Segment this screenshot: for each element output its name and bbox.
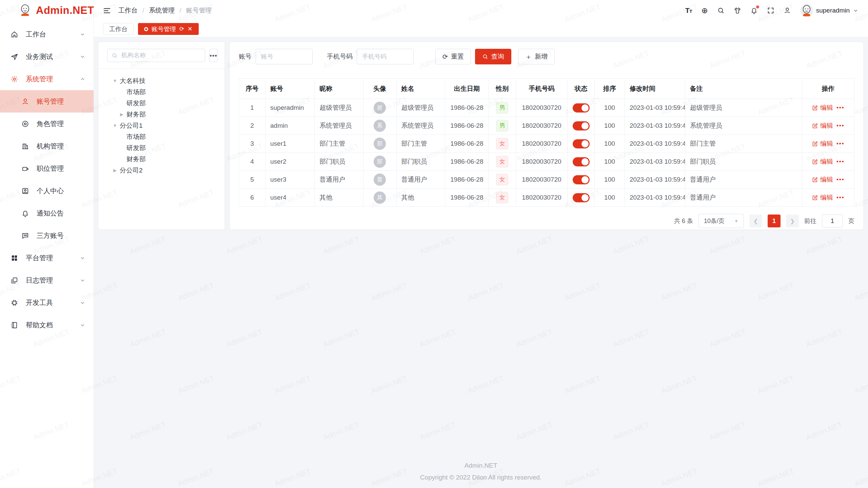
sidebar-item-label: 工作台 <box>26 30 46 39</box>
sidebar: Admin.NET 工作台 业务测试 系统管理 账号管理 角色管理 机构管理 <box>0 0 94 488</box>
edit-button[interactable]: 编辑 <box>812 121 833 130</box>
sidebar-item-label: 职位管理 <box>37 164 64 173</box>
tab-account-active[interactable]: 账号管理 ⟳ ✕ <box>138 23 199 35</box>
sidebar-item-docs[interactable]: 帮助文档 <box>0 314 94 336</box>
caret-down-icon[interactable]: ▼ <box>111 123 119 128</box>
badge-icon <box>21 164 29 172</box>
cell-sort: 100 <box>595 99 625 117</box>
next-page-button[interactable]: ❯ <box>786 215 799 227</box>
search-button[interactable]: 查询 <box>475 49 511 64</box>
tree-node[interactable]: ▶财务部 <box>107 154 216 165</box>
cell-phone: 18020030720 <box>516 135 567 153</box>
tree-node[interactable]: ▶财务部 <box>107 109 216 120</box>
status-toggle[interactable] <box>573 175 590 184</box>
chevron-down-icon <box>80 255 85 261</box>
search-icon[interactable] <box>717 7 725 14</box>
cell-nickname: 部门主管 <box>315 135 363 153</box>
sidebar-item-role[interactable]: 角色管理 <box>0 113 94 135</box>
sidebar-item-logs[interactable]: 日志管理 <box>0 269 94 291</box>
tree-node[interactable]: ▶市场部 <box>107 86 216 98</box>
chevron-down-icon <box>80 32 85 37</box>
edit-button[interactable]: 编辑 <box>812 103 833 112</box>
font-size-icon[interactable]: TT <box>685 7 692 15</box>
sidebar-item-system[interactable]: 系统管理 <box>0 68 94 90</box>
page-size-select[interactable]: 10条/页 ▼ <box>698 214 744 228</box>
breadcrumb-separator: / <box>142 7 144 14</box>
table-row: 5 user3 普通用户 普 普通用户 1986-06-28 女 1802003… <box>239 171 854 189</box>
tree-node[interactable]: ▼大名科技 <box>107 75 216 86</box>
cell-birthdate: 1986-06-28 <box>445 153 489 171</box>
menu-fold-icon[interactable] <box>103 7 111 15</box>
goto-page-input[interactable] <box>822 215 843 227</box>
sidebar-item-biz-test[interactable]: 业务测试 <box>0 45 94 68</box>
cell-phone: 18020030720 <box>516 171 567 189</box>
more-actions-button[interactable]: ••• <box>836 158 845 165</box>
more-actions-button[interactable]: ••• <box>836 176 845 183</box>
sidebar-item-position[interactable]: 职位管理 <box>0 157 94 180</box>
cell-name: 系统管理员 <box>396 117 445 135</box>
sidebar-item-label: 开发工具 <box>26 298 53 307</box>
edit-button[interactable]: 编辑 <box>812 139 833 148</box>
language-icon[interactable]: ⊕ <box>701 7 708 15</box>
column-header: 昵称 <box>315 79 363 99</box>
more-actions-button[interactable]: ••• <box>836 194 845 201</box>
tree-node[interactable]: ▶研发部 <box>107 142 216 154</box>
cell-nickname: 超级管理员 <box>315 99 363 117</box>
status-toggle[interactable] <box>573 157 590 166</box>
cell-account: user2 <box>265 153 315 171</box>
breadcrumb-item[interactable]: 系统管理 <box>149 6 175 15</box>
app-logo[interactable]: Admin.NET <box>0 0 94 21</box>
more-actions-button[interactable]: ••• <box>836 104 845 111</box>
edit-label: 编辑 <box>820 193 833 202</box>
status-toggle[interactable] <box>573 193 590 202</box>
sidebar-item-third-account[interactable]: 三方账号 <box>0 224 94 247</box>
caret-down-icon[interactable]: ▼ <box>111 78 119 83</box>
org-search-input[interactable] <box>121 52 201 59</box>
sidebar-item-profile[interactable]: 个人中心 <box>0 180 94 202</box>
sidebar-item-account[interactable]: 账号管理 <box>0 90 94 113</box>
edit-button[interactable]: 编辑 <box>812 157 833 166</box>
caret-right-icon[interactable]: ▶ <box>118 112 125 117</box>
user-menu[interactable]: superadmin <box>800 4 859 17</box>
edit-button[interactable]: 编辑 <box>812 175 833 184</box>
filter-bar: 账号 手机号码 ⟳ 重置 查询 ＋ 新增 <box>239 49 854 64</box>
caret-right-icon[interactable]: ▶ <box>111 168 119 173</box>
status-toggle[interactable] <box>573 139 590 148</box>
more-actions-button[interactable]: ••• <box>836 140 845 147</box>
more-actions-button[interactable]: ••• <box>836 122 845 129</box>
sidebar-item-workbench[interactable]: 工作台 <box>0 23 94 45</box>
user-icon[interactable] <box>784 7 791 14</box>
chevron-down-icon <box>80 300 85 306</box>
notification-bell-icon[interactable] <box>750 7 758 14</box>
cell-nickname: 其他 <box>315 189 363 207</box>
sidebar-item-org[interactable]: 机构管理 <box>0 135 94 157</box>
account-input[interactable] <box>256 49 313 64</box>
tree-node[interactable]: ▶市场部 <box>107 131 216 142</box>
table-row: 3 user1 部门主管 部 部门主管 1986-06-28 女 1802003… <box>239 135 854 153</box>
cell-name: 部门主管 <box>396 135 445 153</box>
cell-account: user1 <box>265 135 315 153</box>
breadcrumb-item[interactable]: 工作台 <box>118 6 138 15</box>
edit-button[interactable]: 编辑 <box>812 193 833 202</box>
refresh-icon[interactable]: ⟳ <box>179 26 184 32</box>
prev-page-button[interactable]: ❮ <box>749 215 762 227</box>
tree-node-label: 研发部 <box>126 99 146 108</box>
add-button[interactable]: ＋ 新增 <box>518 49 555 64</box>
tab-workbench[interactable]: 工作台 <box>103 23 134 35</box>
status-toggle[interactable] <box>573 103 590 113</box>
sidebar-item-devtools[interactable]: 开发工具 <box>0 291 94 314</box>
tree-node[interactable]: ▼分公司1 <box>107 120 216 131</box>
chevron-down-icon <box>80 54 85 60</box>
status-toggle[interactable] <box>573 121 590 130</box>
reset-button[interactable]: ⟳ 重置 <box>435 49 471 64</box>
fullscreen-icon[interactable] <box>767 7 774 14</box>
more-options-button[interactable]: ••• <box>209 49 218 62</box>
phone-input[interactable] <box>357 49 414 64</box>
sidebar-item-platform[interactable]: 平台管理 <box>0 247 94 269</box>
close-icon[interactable]: ✕ <box>188 26 192 32</box>
sidebar-item-notice[interactable]: 通知公告 <box>0 202 94 224</box>
current-page[interactable]: 1 <box>768 215 781 227</box>
tree-node[interactable]: ▶分公司2 <box>107 165 216 176</box>
theme-shirt-icon[interactable] <box>734 7 741 14</box>
tree-node[interactable]: ▶研发部 <box>107 98 216 109</box>
